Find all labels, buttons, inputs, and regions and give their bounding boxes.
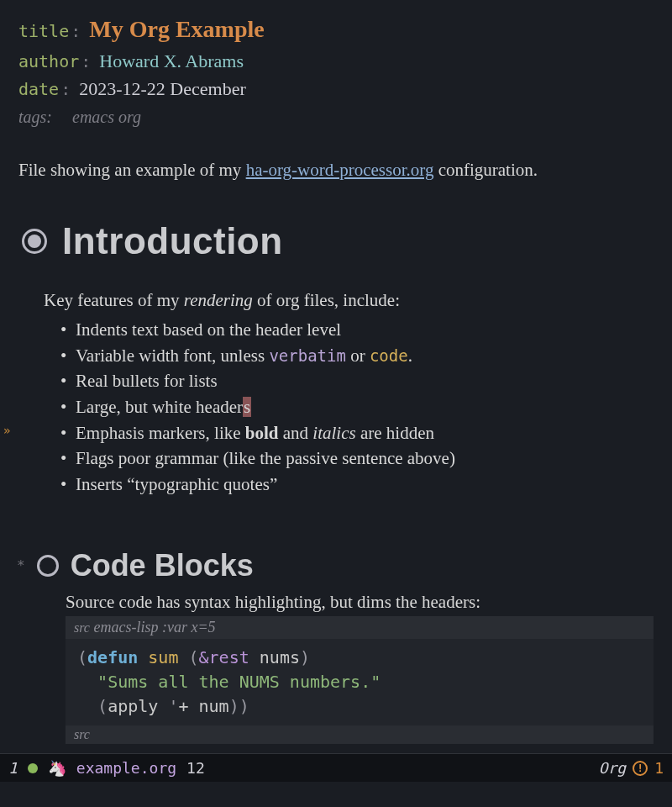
document-date: 2023-12-22 December xyxy=(79,75,246,103)
fringe-indicator-icon: » xyxy=(3,424,10,437)
meta-key-title: title xyxy=(18,18,69,44)
meta-tags-line: tags: emacs org xyxy=(18,104,654,129)
meta-key-date: date xyxy=(18,76,59,102)
code-blocks-intro: Source code has syntax highlighting, but… xyxy=(66,592,654,613)
feature-list: Indents text based on the header level V… xyxy=(59,317,654,498)
meta-key-author: author xyxy=(18,49,79,74)
status-dot-icon xyxy=(28,763,38,773)
heading-bullet-icon xyxy=(37,555,59,577)
line-number: 12 xyxy=(186,759,205,777)
meta-title-line: title: My Org Example xyxy=(18,12,654,47)
heading-text: Code Blocks xyxy=(71,548,254,583)
document-author: Howard X. Abrams xyxy=(99,47,244,75)
meta-date-line: date: 2023-12-22 December xyxy=(18,75,654,103)
src-end-line: src xyxy=(66,725,654,744)
code-text: code xyxy=(370,346,408,365)
buffer-filename[interactable]: example.org xyxy=(76,759,176,777)
heading-code-blocks[interactable]: * Code Blocks xyxy=(17,548,654,583)
meta-key-tags: tags: xyxy=(18,104,52,129)
src-body[interactable]: (defun sum (&rest nums) "Sums all the NU… xyxy=(66,639,654,725)
heading-introduction[interactable]: Introduction xyxy=(22,220,654,262)
warning-count: 1 xyxy=(654,759,664,777)
document-title: My Org Example xyxy=(89,12,264,47)
list-item: Indents text based on the header level xyxy=(59,317,654,343)
list-item: Large, but white headers xyxy=(59,394,654,420)
config-link[interactable]: ha-org-word-processor.org xyxy=(246,160,434,180)
meta-author-line: author: Howard X. Abrams xyxy=(18,47,654,75)
intro-lead: Key features of my rendering of org file… xyxy=(44,287,654,314)
introduction-body: Key features of my rendering of org file… xyxy=(44,287,654,497)
document-tags: emacs org xyxy=(72,104,141,129)
editor-buffer[interactable]: title: My Org Example author: Howard X. … xyxy=(0,0,672,744)
list-item: Emphasis markers, like bold and italics … xyxy=(59,420,654,446)
major-mode[interactable]: Org xyxy=(599,759,627,777)
list-item: Inserts “typographic quotes” xyxy=(59,472,654,498)
list-item: Real bullets for lists xyxy=(59,368,654,394)
heading-star-icon: * xyxy=(17,557,25,573)
list-item: Variable width font, unless verbatim or … xyxy=(59,343,654,369)
src-begin-line: src emacs-lisp :var x=5 xyxy=(66,616,654,639)
verbatim-text: verbatim xyxy=(269,346,346,365)
cursor: s xyxy=(243,397,251,417)
intro-paragraph: File showing an example of my ha-org-wor… xyxy=(18,158,654,182)
minibuffer[interactable] xyxy=(0,782,672,807)
list-item: Flags poor grammar (like the passive sen… xyxy=(59,446,654,472)
modeline[interactable]: 1 🦄 example.org 12 Org ! 1 xyxy=(0,753,672,782)
unicorn-icon: 🦄 xyxy=(48,759,66,777)
warning-icon[interactable]: ! xyxy=(633,761,648,776)
heading-bullet-icon xyxy=(22,229,47,254)
source-block: src emacs-lisp :var x=5 (defun sum (&res… xyxy=(66,616,654,744)
heading-text: Introduction xyxy=(62,220,283,262)
window-number: 1 xyxy=(8,759,18,777)
